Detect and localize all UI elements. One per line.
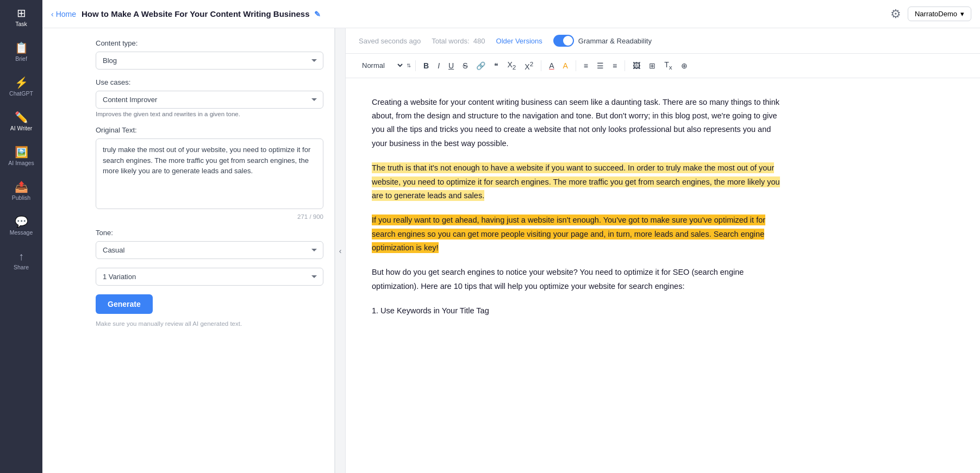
sidebar-item-brief[interactable]: 📋 Brief [0, 35, 42, 70]
chevron-left-icon: ‹ [51, 10, 54, 18]
text-area-wrapper: truly make the most out of your website,… [96, 138, 323, 211]
sidebar-label-publish: Publish [12, 194, 30, 201]
image-button[interactable]: 🖼 [629, 59, 644, 72]
page-title-text: How to Make A Website For Your Content W… [82, 9, 309, 18]
brief-icon: 📋 [15, 42, 28, 53]
style-select-arrow: ⇅ [407, 62, 411, 68]
header-right: ⚙ NarratoDemo ▾ [890, 7, 971, 21]
sidebar-label-message: Message [10, 229, 33, 236]
collapse-handle[interactable]: ‹ [335, 28, 346, 473]
grammar-toggle-area: Grammar & Readability [553, 35, 652, 47]
ai-disclaimer: Make sure you manually review all AI gen… [96, 320, 323, 327]
paragraph-1: Creating a website for your content writ… [372, 96, 787, 151]
toolbar-separator-3 [576, 60, 576, 71]
sidebar-label-brief: Brief [15, 55, 27, 62]
highlighted-text-orange: If you really want to get ahead, having … [372, 215, 765, 253]
unordered-list-button[interactable]: ☰ [594, 59, 607, 72]
word-count-label: Total words: [432, 37, 469, 45]
settings-button[interactable]: ⚙ [890, 7, 901, 21]
home-label: Home [56, 10, 76, 18]
content-type-select[interactable]: Blog Article Social Post Email [96, 52, 323, 70]
account-name: NarratoDemo [915, 10, 957, 18]
toolbar-separator-4 [625, 60, 625, 71]
word-count-value: 480 [473, 37, 485, 45]
strikethrough-button[interactable]: S [459, 59, 471, 72]
font-color-button[interactable]: A [546, 59, 557, 72]
char-count: 271 / 900 [96, 213, 323, 220]
grammar-toggle[interactable] [553, 35, 574, 47]
ordered-list-button[interactable]: ≡ [580, 59, 591, 72]
collapse-icon: ‹ [339, 247, 342, 255]
variation-select[interactable]: 1 Variation 2 Variations 3 Variations [96, 268, 323, 286]
editor-toolbar: Normal Heading 1 Heading 2 ⇅ B I U S 🔗 ❝… [346, 54, 980, 78]
top-header: ‹ Home How to Make A Website For Your Co… [42, 0, 980, 28]
align-button[interactable]: ≡ [609, 59, 620, 72]
sidebar-label-task: Task [15, 21, 27, 27]
main-container: Content type: Blog Article Social Post E… [85, 28, 980, 473]
older-versions-link[interactable]: Older Versions [496, 37, 542, 45]
ai-images-icon: 🖼️ [15, 147, 28, 157]
page-title: How to Make A Website For Your Content W… [82, 9, 320, 18]
word-count: Total words: 480 [432, 37, 485, 45]
underline-button[interactable]: U [445, 59, 457, 72]
toolbar-separator-2 [541, 60, 541, 71]
sidebar-item-message[interactable]: 💬 Message [0, 209, 42, 243]
superscript-button[interactable]: X2 [521, 58, 536, 73]
ai-writer-icon: ✏️ [15, 112, 28, 123]
paragraph-2: The truth is that it's not enough to hav… [372, 161, 787, 203]
paragraph-4: But how do you get search engines to not… [372, 266, 787, 293]
style-select[interactable]: Normal Heading 1 Heading 2 [359, 59, 404, 72]
sidebar-label-ai-writer: AI Writer [10, 125, 33, 131]
sidebar: ⊞ Task 📋 Brief ⚡ ChatGPT ✏️ AI Writer 🖼️… [0, 0, 42, 473]
use-cases-select[interactable]: Content Improver Paraphraser Summarizer [96, 91, 323, 109]
use-cases-hint: Improves the given text and rewrites in … [96, 111, 323, 117]
content-type-label: Content type: [96, 39, 323, 47]
task-icon: ⊞ [17, 8, 26, 18]
paragraph-3: If you really want to get ahead, having … [372, 213, 787, 255]
original-text-input[interactable]: truly make the most out of your website,… [96, 138, 323, 209]
quote-button[interactable]: ❝ [491, 59, 502, 72]
grammar-label: Grammar & Readability [578, 37, 652, 45]
table-button[interactable]: ⊞ [646, 59, 659, 72]
account-button[interactable]: NarratoDemo ▾ [908, 7, 971, 21]
home-link[interactable]: ‹ Home [51, 10, 76, 18]
clear-format-button[interactable]: Tx [661, 58, 675, 73]
sidebar-label-ai-images: AI Images [8, 160, 34, 166]
editor-content[interactable]: Creating a website for your content writ… [346, 78, 813, 473]
add-button[interactable]: ⊕ [678, 59, 691, 72]
bold-button[interactable]: B [420, 59, 432, 72]
publish-icon: 📤 [15, 181, 28, 192]
sidebar-label-chatgpt: ChatGPT [9, 90, 33, 97]
saved-status: Saved seconds ago [359, 37, 421, 45]
sidebar-item-share[interactable]: ↑ Share [0, 243, 42, 278]
toggle-knob [563, 36, 573, 46]
message-icon: 💬 [15, 216, 28, 227]
sidebar-label-share: Share [14, 264, 29, 270]
chatgpt-icon: ⚡ [15, 77, 28, 88]
toolbar-separator-1 [415, 60, 416, 71]
edit-icon[interactable]: ✎ [314, 10, 321, 18]
editor-panel: Saved seconds ago Total words: 480 Older… [346, 28, 980, 473]
editor-top-bar: Saved seconds ago Total words: 480 Older… [346, 28, 980, 54]
original-text-label: Original Text: [96, 126, 323, 134]
sidebar-item-ai-images[interactable]: 🖼️ AI Images [0, 139, 42, 174]
sidebar-item-ai-writer[interactable]: ✏️ AI Writer [0, 104, 42, 139]
sidebar-item-publish[interactable]: 📤 Publish [0, 174, 42, 209]
highlight-button[interactable]: A [559, 59, 571, 72]
italic-button[interactable]: I [434, 59, 443, 72]
sidebar-item-task[interactable]: ⊞ Task [0, 0, 42, 35]
sidebar-item-chatgpt[interactable]: ⚡ ChatGPT [0, 70, 42, 104]
tone-select[interactable]: Casual Formal Friendly Professional [96, 241, 323, 259]
share-icon: ↑ [18, 251, 24, 262]
use-cases-label: Use cases: [96, 78, 323, 86]
chevron-down-icon: ▾ [960, 10, 964, 18]
tone-label: Tone: [96, 229, 323, 237]
link-button[interactable]: 🔗 [473, 59, 489, 72]
subscript-button[interactable]: X2 [504, 58, 519, 73]
numbered-item-1: 1. Use Keywords in Your Title Tag [372, 304, 787, 318]
left-panel: Content type: Blog Article Social Post E… [85, 28, 335, 473]
editor-meta: Saved seconds ago Total words: 480 Older… [359, 35, 652, 47]
generate-button[interactable]: Generate [96, 294, 153, 314]
highlighted-text-yellow: The truth is that it's not enough to hav… [372, 162, 780, 201]
